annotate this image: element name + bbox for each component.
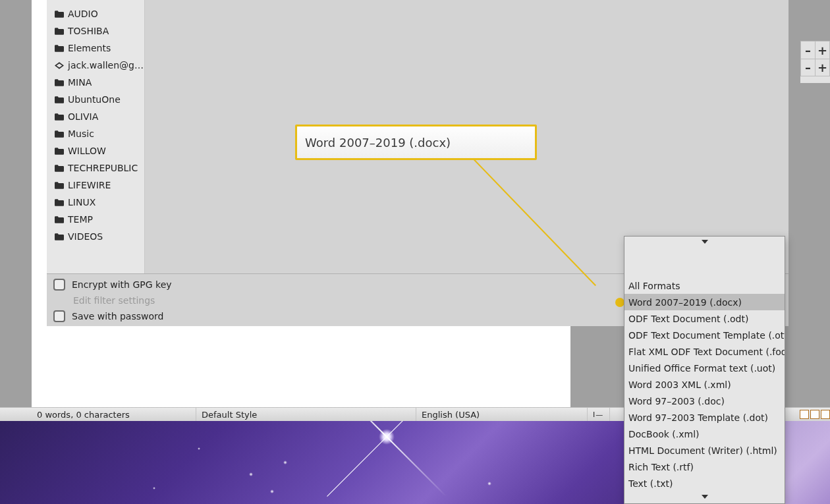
sidebar-item-label: TOSHIBA (68, 26, 109, 36)
folder-icon (55, 182, 64, 189)
drive-icon (55, 62, 64, 69)
sidebar-item[interactable]: LIFEWIRE (47, 177, 144, 194)
sidebar-item[interactable]: LINUX (47, 194, 144, 211)
scroll-up-indicator[interactable] (624, 237, 785, 247)
sidebar-item-label: TECHREPUBLIC (68, 163, 138, 173)
status-insert-mode[interactable]: I— (588, 408, 610, 421)
sidebar-item-label: TEMP (68, 214, 93, 225)
format-option[interactable]: Flat XML ODF Text Document (.fodt) (624, 343, 785, 360)
status-view-switch (797, 408, 830, 421)
sidebar-item[interactable]: VIDEOS (47, 228, 144, 245)
places-sidebar[interactable]: AUDIOTOSHIBAElementsjack.wallen@g…MINAUb… (47, 0, 145, 273)
format-option[interactable]: ODF Text Document Template (.ott) (624, 327, 785, 343)
zoom-controls-panel: – + – + (800, 41, 830, 83)
sidebar-item[interactable]: Music (47, 125, 144, 142)
folder-icon (55, 199, 64, 206)
folder-icon (55, 79, 64, 86)
folder-icon (55, 216, 64, 223)
sidebar-item-label: VIDEOS (68, 231, 103, 242)
sidebar-item-label: Music (68, 128, 94, 139)
status-wordcount[interactable]: 0 words, 0 characters (0, 408, 196, 421)
edit-filter-settings-label: Edit filter settings (73, 295, 155, 306)
sidebar-item-label: WILLOW (68, 146, 106, 156)
sidebar-item[interactable]: UbuntuOne (47, 91, 144, 108)
format-option[interactable]: Rich Text (.rtf) (624, 459, 785, 475)
sidebar-item[interactable]: OLIVIA (47, 108, 144, 125)
format-option[interactable]: Text (.txt) (624, 475, 785, 491)
callout-text: Word 2007–2019 (.docx) (305, 136, 451, 150)
sidebar-item-label: OLIVIA (68, 111, 98, 122)
sidebar-item[interactable]: TEMP (47, 211, 144, 228)
desktop-wallpaper-right (785, 421, 830, 504)
sidebar-item-label: UbuntuOne (68, 94, 121, 105)
sidebar-item-label: MINA (68, 77, 92, 88)
sidebar-item-label: LINUX (68, 197, 96, 208)
zoom-out-button[interactable]: – (801, 42, 815, 59)
checkbox-icon (53, 279, 65, 291)
view-book-icon[interactable] (821, 410, 830, 419)
chevron-down-icon (702, 240, 708, 244)
folder-icon (55, 113, 64, 121)
scroll-down-indicator[interactable] (624, 491, 785, 502)
highlighted-format-callout: Word 2007–2019 (.docx) (295, 125, 537, 160)
zoom-in-button-2[interactable]: + (815, 59, 829, 76)
zoom-out-button-2[interactable]: – (801, 59, 815, 76)
sidebar-item-label: Elements (68, 43, 111, 53)
sidebar-item-label: LIFEWIRE (68, 180, 111, 190)
format-option[interactable]: Word 97–2003 (.doc) (624, 393, 785, 409)
sidebar-item-label: AUDIO (68, 9, 98, 19)
sidebar-item[interactable]: MINA (47, 74, 144, 91)
folder-icon (55, 165, 64, 172)
sidebar-item[interactable]: jack.wallen@g… (47, 57, 144, 74)
view-single-page-icon[interactable] (800, 410, 809, 419)
folder-icon (55, 233, 64, 240)
format-option[interactable]: Word 2003 XML (.xml) (624, 376, 785, 393)
folder-icon (55, 45, 64, 52)
checkbox-icon (53, 310, 65, 322)
format-option[interactable]: ODF Text Document (.odt) (624, 310, 785, 327)
format-option[interactable]: Word 2007–2019 (.docx) (624, 294, 785, 310)
folder-icon (55, 28, 64, 35)
sidebar-item[interactable]: WILLOW (47, 142, 144, 159)
sidebar-item[interactable]: Elements (47, 40, 144, 57)
svg-marker-0 (702, 240, 708, 244)
dropdown-blank-entry[interactable] (624, 247, 785, 277)
sidebar-item[interactable]: TECHREPUBLIC (47, 159, 144, 177)
status-paragraph-style[interactable]: Default Style (196, 408, 416, 421)
folder-icon (55, 11, 64, 18)
sidebar-item[interactable]: TOSHIBA (47, 22, 144, 40)
svg-marker-1 (702, 495, 708, 499)
status-language[interactable]: English (USA) (416, 408, 588, 421)
sidebar-item-label: jack.wallen@g… (68, 60, 144, 70)
format-option[interactable]: HTML Document (Writer) (.html) (624, 442, 785, 459)
format-option[interactable]: DocBook (.xml) (624, 426, 785, 442)
save-with-password-label: Save with password (72, 311, 163, 322)
format-option[interactable]: All Formats (624, 277, 785, 294)
file-format-dropdown[interactable]: All FormatsWord 2007–2019 (.docx)ODF Tex… (624, 236, 785, 504)
view-multi-page-icon[interactable] (810, 410, 819, 419)
format-option[interactable]: Unified Office Format text (.uot) (624, 360, 785, 376)
folder-icon (55, 148, 64, 155)
encrypt-gpg-label: Encrypt with GPG key (72, 279, 172, 290)
folder-icon (55, 130, 64, 138)
sidebar-item[interactable]: AUDIO (47, 5, 144, 22)
callout-connector-dot (615, 298, 624, 307)
chevron-down-icon (702, 495, 708, 499)
zoom-in-button[interactable]: + (815, 42, 829, 59)
folder-icon (55, 96, 64, 103)
format-option[interactable]: Word 97–2003 Template (.dot) (624, 409, 785, 426)
